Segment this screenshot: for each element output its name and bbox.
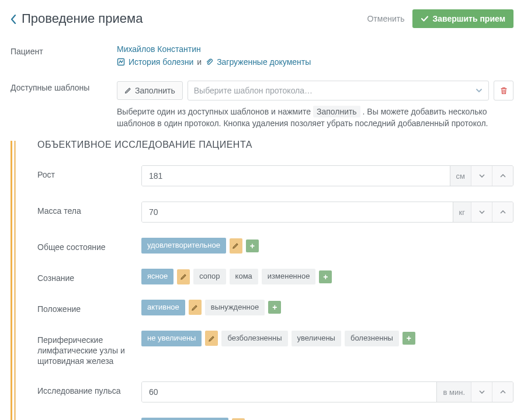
- lymph-label: Периферические лимфатические узлы и щито…: [37, 331, 141, 367]
- lymph-chip-add[interactable]: +: [402, 332, 415, 345]
- lymph-chip-edit[interactable]: [205, 331, 218, 346]
- position-chip-edit[interactable]: [189, 300, 202, 315]
- general-chip-selected[interactable]: удовлетворительное: [141, 238, 226, 254]
- finish-button[interactable]: Завершить прием: [412, 9, 513, 28]
- position-label: Положение: [37, 300, 141, 314]
- chevron-down-icon: [476, 87, 483, 94]
- lymph-chip-option[interactable]: увеличены: [292, 331, 341, 346]
- consciousness-chip-selected[interactable]: ясное: [141, 269, 173, 284]
- mass-decrement[interactable]: [471, 202, 492, 222]
- remove-template-button[interactable]: [494, 81, 513, 100]
- lymph-chip-option[interactable]: болезненны: [345, 331, 399, 346]
- finish-button-label: Завершить прием: [432, 14, 505, 23]
- pulse-decrement[interactable]: [471, 382, 492, 402]
- cancel-link[interactable]: Отменить: [367, 14, 404, 23]
- consciousness-chip-option[interactable]: измененное: [262, 269, 316, 284]
- templates-label: Доступные шаблоны: [11, 81, 117, 92]
- lymph-chip-selected[interactable]: не увеличены: [141, 331, 202, 346]
- fill-template-button[interactable]: Заполнить: [117, 81, 183, 100]
- position-chip-selected[interactable]: активное: [141, 300, 185, 315]
- patient-label: Пациент: [11, 44, 117, 56]
- consciousness-chip-add[interactable]: +: [319, 270, 332, 283]
- general-chip-add[interactable]: +: [246, 239, 259, 252]
- history-link[interactable]: История болезни: [129, 57, 193, 67]
- lymph-chip-option[interactable]: безболезненны: [221, 331, 287, 346]
- position-chip-add[interactable]: +: [268, 301, 281, 314]
- mass-unit: кг: [453, 202, 471, 222]
- height-decrement[interactable]: [471, 166, 492, 186]
- mass-label: Масса тела: [37, 202, 141, 216]
- pencil-icon: [124, 87, 131, 94]
- pulse-label: Исследование пульса: [37, 381, 141, 396]
- template-select[interactable]: Выберите шаблон протокола…: [188, 81, 489, 100]
- pulse-unit: в мин.: [436, 382, 471, 402]
- heartrate-chip-selected[interactable]: соответствует пульсу: [141, 418, 228, 420]
- mass-increment[interactable]: [492, 202, 513, 222]
- history-icon: [117, 57, 125, 67]
- template-hint: Выберите один из доступных шаблонов и на…: [117, 106, 513, 129]
- height-increment[interactable]: [492, 166, 513, 186]
- trash-icon: [500, 86, 508, 95]
- general-label: Общее состояние: [37, 238, 141, 252]
- check-icon: [421, 15, 429, 23]
- heartrate-label: Частоты сердцебиений: [37, 418, 141, 420]
- fill-template-label: Заполнить: [135, 86, 175, 95]
- height-unit: см: [450, 166, 471, 186]
- page-title: Проведение приема: [22, 11, 143, 26]
- consciousness-chip-option[interactable]: кома: [230, 269, 258, 284]
- section-title: ОБЪЕКТИВНОЕ ИССЛЕДОВАНИЕ ПАЦИЕНТА: [37, 140, 513, 150]
- template-select-placeholder: Выберите шаблон протокола…: [194, 86, 313, 95]
- general-chip-edit[interactable]: [230, 238, 242, 254]
- consciousness-label: Сознание: [37, 269, 141, 283]
- documents-link[interactable]: Загруженные документы: [217, 57, 311, 67]
- attachment-icon: [205, 57, 213, 67]
- height-input[interactable]: [142, 166, 450, 186]
- patient-name-link[interactable]: Михайлов Константин: [117, 44, 513, 54]
- pulse-input[interactable]: [142, 382, 436, 402]
- mass-input[interactable]: [142, 202, 453, 222]
- back-chevron-icon[interactable]: [11, 15, 16, 23]
- consciousness-chip-option[interactable]: сопор: [193, 269, 225, 284]
- pulse-increment[interactable]: [492, 382, 513, 402]
- height-label: Рост: [37, 165, 141, 180]
- position-chip-option[interactable]: вынужденное: [205, 300, 265, 315]
- consciousness-chip-edit[interactable]: [177, 269, 190, 284]
- section-rail: [11, 140, 22, 420]
- and-word: и: [197, 57, 202, 67]
